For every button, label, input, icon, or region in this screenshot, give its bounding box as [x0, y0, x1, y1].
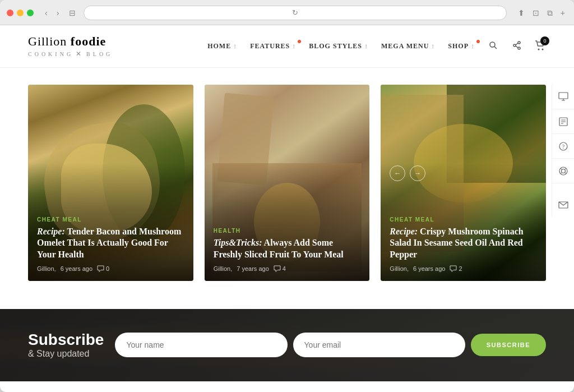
- widget-help[interactable]: [552, 159, 574, 183]
- logo-cross-icon: ✕: [76, 50, 84, 58]
- back-button[interactable]: ‹: [43, 7, 50, 19]
- main-content: CHEAT MEAL Recipe: Tender Bacon and Mush…: [0, 68, 574, 309]
- card-2-category: HEALTH: [214, 228, 361, 234]
- card-2-comments: 4: [274, 265, 286, 272]
- bookmark-button[interactable]: ⊡: [530, 7, 541, 19]
- subscribe-title: Subscribe: [28, 331, 104, 349]
- card-2-title: Tips&Tricks: Always Add Some Freshly Sli…: [214, 237, 361, 261]
- svg-line-1: [494, 47, 497, 49]
- svg-point-7: [538, 48, 540, 50]
- site-logo: Gillion foodie COOKING ✕ BLOG: [28, 34, 113, 58]
- svg-point-0: [490, 42, 495, 47]
- card-3-content: CHEAT MEAL Recipe: Crispy Mushroom Spina…: [381, 207, 546, 281]
- card-3-meta: Gillion, 6 years ago 2: [390, 265, 537, 272]
- card-1-title: Recipe: Tender Bacon and Mushroom Omelet…: [37, 226, 184, 261]
- comment-icon-3: [450, 265, 457, 272]
- cart-button[interactable]: 0: [535, 40, 546, 53]
- share-nav-button[interactable]: [511, 40, 522, 53]
- logo-text: Gillion foodie: [28, 34, 113, 49]
- svg-line-20: [561, 168, 562, 170]
- traffic-lights: [7, 10, 34, 16]
- widget-news[interactable]: [552, 109, 574, 134]
- svg-rect-9: [559, 93, 568, 99]
- subscribe-content: Subscribe & Stay updated SUBSCRIBE: [28, 331, 546, 359]
- svg-point-2: [518, 41, 520, 44]
- card-3-prev-button[interactable]: ←: [390, 165, 405, 181]
- website-content: Gillion foodie COOKING ✕ BLOG HOME ⋮ FEA…: [0, 25, 574, 381]
- nav-blog-styles[interactable]: BLOG STYLES ⋮: [309, 42, 369, 50]
- subscribe-email-input[interactable]: [293, 333, 465, 357]
- nav-shop[interactable]: SHOP ⋮: [448, 42, 475, 50]
- svg-line-23: [561, 172, 562, 174]
- svg-line-21: [565, 172, 567, 174]
- comment-icon-2: [274, 265, 281, 272]
- monitor-icon: [558, 92, 568, 102]
- card-3[interactable]: ← → CHEAT MEAL Recipe: Crispy Mushroom S…: [381, 85, 546, 281]
- browser-window: ‹ › ⊟ ↻ ⬆ ⊡ ⧉ + Gillion foodie COOKING: [0, 0, 574, 392]
- browser-actions: ⬆ ⊡ ⧉ +: [516, 7, 567, 19]
- card-3-nav-arrows: ← →: [390, 165, 425, 181]
- card-grid: CHEAT MEAL Recipe: Tender Bacon and Mush…: [28, 85, 546, 281]
- svg-text:?: ?: [562, 144, 565, 150]
- card-1-category: CHEAT MEAL: [37, 216, 184, 223]
- close-button[interactable]: [7, 10, 13, 16]
- features-badge: [298, 40, 301, 43]
- subscribe-button[interactable]: SUBSCRIBE: [471, 334, 546, 356]
- card-2[interactable]: HEALTH Tips&Tricks: Always Add Some Fres…: [205, 85, 370, 281]
- svg-line-22: [565, 168, 567, 170]
- widget-email[interactable]: [552, 192, 574, 217]
- share-icon: [512, 41, 521, 50]
- subscribe-name-input[interactable]: [115, 333, 287, 357]
- svg-line-6: [516, 46, 518, 48]
- logo-subtitle: COOKING ✕ BLOG: [28, 50, 113, 58]
- svg-point-8: [542, 48, 544, 50]
- share-button[interactable]: ⬆: [516, 7, 527, 19]
- card-3-comments: 2: [450, 265, 462, 272]
- reload-icon: ↻: [292, 8, 298, 17]
- widget-question[interactable]: ?: [552, 134, 574, 159]
- email-icon: [558, 200, 568, 210]
- card-3-category: CHEAT MEAL: [390, 216, 537, 223]
- subscribe-text: Subscribe & Stay updated: [28, 331, 104, 359]
- card-3-title: Recipe: Crispy Mushroom Spinach Salad In…: [390, 226, 537, 261]
- cart-count: 0: [540, 36, 549, 45]
- right-sidebar: ?: [552, 85, 574, 217]
- search-button[interactable]: [488, 40, 499, 53]
- nav-home[interactable]: HOME ⋮: [207, 42, 238, 50]
- svg-line-5: [516, 43, 518, 45]
- card-2-meta: Gillion, 7 years ago 4: [214, 265, 361, 272]
- card-1-meta: Gillion, 6 years ago 0: [37, 265, 184, 272]
- shop-badge: [476, 40, 480, 43]
- subscribe-form: SUBSCRIBE: [115, 333, 546, 357]
- search-icon: [489, 41, 498, 50]
- card-1[interactable]: CHEAT MEAL Recipe: Tender Bacon and Mush…: [28, 85, 193, 281]
- widget-monitor[interactable]: [552, 85, 574, 109]
- nav-features[interactable]: FEATURES ⋮: [250, 42, 297, 50]
- new-tab-button[interactable]: +: [558, 7, 567, 19]
- card-3-next-button[interactable]: →: [410, 165, 425, 181]
- question-icon: ?: [558, 141, 568, 151]
- comment-icon: [97, 265, 104, 272]
- maximize-button[interactable]: [27, 10, 34, 16]
- address-bar[interactable]: ↻: [84, 6, 506, 20]
- forward-button[interactable]: ›: [54, 7, 62, 19]
- svg-point-3: [518, 47, 520, 49]
- card-2-content: HEALTH Tips&Tricks: Always Add Some Fres…: [205, 219, 370, 281]
- main-navigation: HOME ⋮ FEATURES ⋮ BLOG STYLES ⋮ MEGA MEN…: [207, 40, 546, 53]
- nav-mega-menu[interactable]: MEGA MENU ⋮: [381, 42, 436, 50]
- subscribe-section: Subscribe & Stay updated SUBSCRIBE: [0, 309, 574, 381]
- card-1-comments: 0: [97, 265, 109, 272]
- svg-point-4: [513, 44, 516, 47]
- tab-view-button[interactable]: ⊟: [66, 7, 79, 19]
- newspaper-icon: [558, 117, 568, 127]
- svg-point-19: [562, 169, 566, 173]
- card-1-content: CHEAT MEAL Recipe: Tender Bacon and Mush…: [28, 207, 193, 281]
- extensions-button[interactable]: ⧉: [545, 7, 555, 19]
- browser-chrome: ‹ › ⊟ ↻ ⬆ ⊡ ⧉ +: [0, 0, 574, 25]
- site-header: Gillion foodie COOKING ✕ BLOG HOME ⋮ FEA…: [0, 25, 574, 68]
- minimize-button[interactable]: [17, 10, 24, 16]
- subscribe-subtitle: & Stay updated: [28, 349, 104, 359]
- lifebuoy-icon: [558, 166, 568, 176]
